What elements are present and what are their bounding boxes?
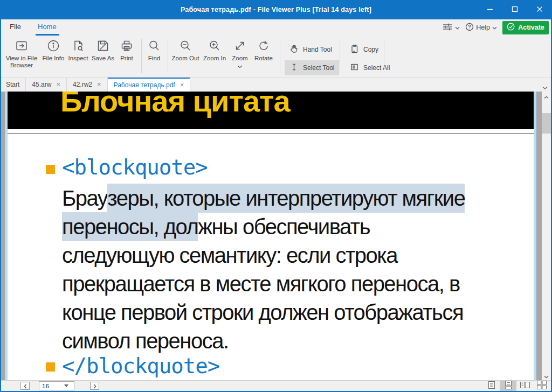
tool-label: Find: [143, 55, 165, 62]
printer-icon: [115, 39, 138, 53]
vertical-scrollbar[interactable]: [542, 92, 551, 380]
find-button[interactable]: Find: [143, 39, 165, 62]
select-tool-button[interactable]: Select Tool: [285, 60, 339, 75]
close-icon: [536, 5, 543, 15]
page-number-combobox[interactable]: [39, 381, 74, 390]
help-label: Help: [476, 24, 490, 31]
tab-label: Рабочая тетрадь.pdf: [114, 81, 175, 89]
view-in-file-browser-button[interactable]: View in File Browser: [2, 39, 41, 69]
ribbon-separator: [280, 39, 280, 73]
rotate-icon: [251, 39, 276, 53]
rotate-button[interactable]: Rotate: [251, 39, 276, 62]
tool-label: Browser: [2, 62, 41, 69]
menu-right-cluster: Help Activate: [442, 19, 549, 36]
tool-label: View in File: [2, 55, 41, 62]
single-page-icon: [488, 381, 495, 391]
previous-page-button[interactable]: [20, 382, 30, 390]
tab-start[interactable]: Start: [0, 78, 26, 92]
blockquote-open-tag: <blockquote>: [62, 155, 208, 180]
zoom-in-icon: [201, 39, 229, 53]
clipboard-icon: [350, 44, 359, 55]
zoom-out-button[interactable]: Zoom Out: [170, 39, 201, 62]
document-magnifier-icon: [66, 39, 91, 53]
list-bullet: [46, 362, 55, 372]
text-line: переносы, должны обеспечивать: [62, 213, 465, 241]
chevron-down-icon: [542, 82, 548, 92]
tab-home[interactable]: Home: [38, 23, 57, 31]
facing-pages-view-button[interactable]: [516, 381, 533, 391]
hand-tool-button[interactable]: Hand Tool: [285, 42, 337, 57]
maximize-icon: [512, 5, 518, 15]
tab-close-icon[interactable]: ×: [97, 82, 101, 87]
save-as-button[interactable]: Save As: [91, 39, 115, 62]
chevron-down-icon: [455, 24, 460, 31]
text-line: символ переноса.: [62, 327, 465, 355]
tab-overflow-dropdown[interactable]: [542, 82, 548, 92]
hand-icon: [289, 44, 299, 55]
zoom-dropdown-button[interactable]: Zoom: [229, 39, 251, 70]
tool-label: Zoom Out: [170, 55, 201, 62]
chevron-left-icon: [24, 381, 27, 391]
next-page-button[interactable]: [90, 382, 99, 390]
sliders-icon: [442, 23, 453, 33]
selected-text: переносы, дол: [62, 212, 198, 241]
tab-label: 42.rw2: [73, 81, 92, 88]
zoom-out-icon: [170, 39, 201, 53]
tab-rabochaya-tetrad-pdf[interactable]: Рабочая тетрадь.pdf ×: [108, 78, 191, 92]
tab-label: Start: [6, 81, 19, 88]
minimize-button[interactable]: [478, 0, 502, 19]
facing-continuous-view-button[interactable]: [533, 381, 550, 391]
chevron-up-icon: [544, 92, 549, 101]
tool-label: Save As: [91, 55, 115, 62]
maximize-button[interactable]: [502, 0, 527, 19]
copy-button[interactable]: Copy: [345, 42, 383, 57]
tab-close-icon[interactable]: ×: [56, 82, 60, 87]
ribbon-toolbar: View in File Browser File Info Inspect S…: [0, 36, 552, 78]
scrollbar-thumb[interactable]: [542, 113, 551, 134]
tool-label: File Info: [41, 55, 66, 62]
window-controls: [478, 0, 552, 19]
ribbon-separator: [141, 39, 142, 73]
page-number-input[interactable]: [39, 383, 63, 389]
paragraph-text[interactable]: Браузеры, которые интерпретируют мягкие …: [62, 184, 465, 355]
tab-42-rw2[interactable]: 42.rw2 ×: [67, 78, 108, 92]
pdf-page[interactable]: Блочная цитата <blockquote> Браузеры, ко…: [5, 92, 536, 380]
zoom-in-button[interactable]: Zoom In: [201, 39, 229, 62]
continuous-view-button[interactable]: [500, 381, 516, 391]
tab-close-icon[interactable]: ×: [180, 82, 184, 88]
tool-label: Rotate: [251, 55, 276, 62]
tool-label: Zoom: [229, 55, 251, 62]
tab-label: 45.arw: [32, 81, 51, 88]
info-circle-icon: [41, 39, 66, 53]
selected-text: зеры, которые интерпретируют мягкие: [107, 184, 465, 213]
dropdown-arrow-icon: [64, 384, 68, 387]
select-all-button[interactable]: Select All: [345, 60, 395, 75]
slide-header-band: Блочная цитата: [8, 92, 534, 129]
help-icon: [465, 23, 474, 33]
page-divider-line: [8, 133, 534, 134]
help-menu[interactable]: Help: [465, 23, 497, 33]
tab-45-arw[interactable]: 45.arw ×: [26, 78, 67, 92]
title-bar: Рабочая тетрадь.pdf - File Viewer Plus […: [0, 0, 552, 19]
activate-button[interactable]: Activate: [502, 21, 549, 34]
scroll-up-button[interactable]: [542, 92, 551, 101]
activate-label: Activate: [518, 24, 544, 31]
menu-file[interactable]: File: [10, 23, 21, 31]
minimize-icon: [487, 5, 493, 15]
resize-diagonal-icon: [229, 39, 251, 53]
tool-label: Inspect: [66, 55, 91, 62]
settings-dropdown[interactable]: [442, 23, 460, 33]
text-line: конце первой строки должен отображаться: [62, 298, 465, 327]
print-button[interactable]: Print: [115, 39, 138, 62]
tool-label: Zoom In: [201, 55, 229, 62]
tool-label: Hand Tool: [303, 46, 332, 53]
scroll-down-button[interactable]: [542, 371, 551, 380]
file-info-button[interactable]: File Info: [41, 39, 66, 62]
close-button[interactable]: [527, 0, 552, 19]
text-line: Браузеры, которые интерпретируют мягкие: [62, 184, 465, 213]
single-page-view-button[interactable]: [483, 381, 500, 391]
document-viewer: Блочная цитата <blockquote> Браузеры, ко…: [0, 92, 552, 380]
inspect-button[interactable]: Inspect: [66, 39, 91, 62]
status-bar: [0, 380, 552, 391]
ibeam-cursor-icon: [289, 62, 299, 73]
